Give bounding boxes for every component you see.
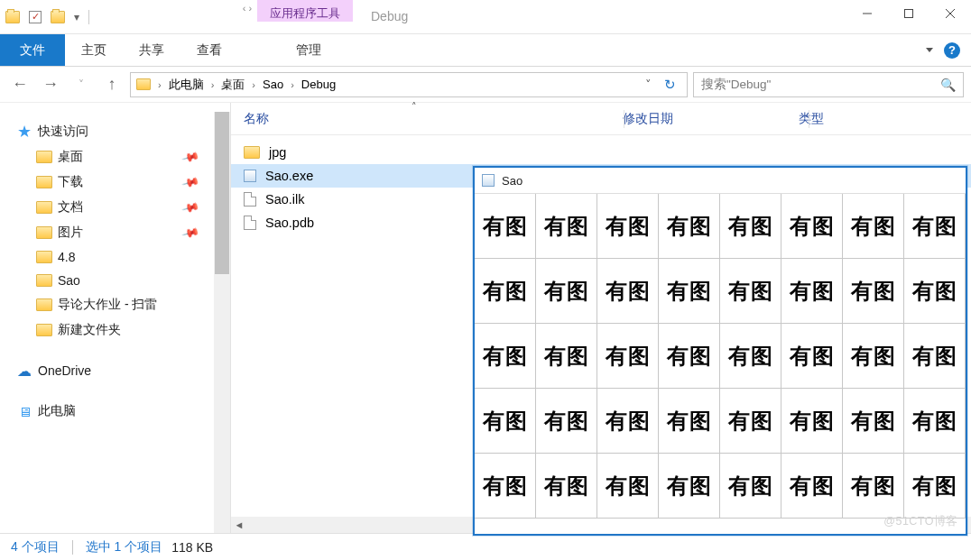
file-row[interactable]: jpg [231, 141, 971, 164]
this-pc-item[interactable]: 🖥 此电脑 [16, 399, 223, 424]
up-button[interactable]: ↑ [99, 72, 125, 97]
column-date[interactable]: 修改日期 [623, 111, 799, 127]
tab-share[interactable]: 共享 [123, 34, 180, 66]
grid-cell[interactable]: 有图 [903, 453, 966, 519]
recent-locations-button[interactable]: ˅ [69, 72, 94, 97]
properties-icon[interactable]: ✓ [29, 11, 42, 23]
sidebar-item[interactable]: 图片📌 [36, 220, 223, 245]
address-bar[interactable]: › 此电脑 › 桌面 › Sao › Debug ˅ ↻ [130, 72, 688, 97]
sidebar-item-label: 新建文件夹 [58, 322, 121, 338]
grid-cell[interactable]: 有图 [535, 453, 597, 519]
sao-titlebar[interactable]: Sao [475, 168, 966, 193]
grid-cell[interactable]: 有图 [719, 453, 781, 519]
grid-cell[interactable]: 有图 [719, 323, 781, 389]
minimize-button[interactable] [846, 0, 888, 27]
grid-cell[interactable]: 有图 [475, 193, 536, 259]
grid-cell[interactable]: 有图 [719, 193, 781, 259]
sidebar-item[interactable]: 新建文件夹 [36, 317, 223, 343]
tab-manage[interactable]: 管理 [280, 34, 338, 66]
grid-cell[interactable]: 有图 [535, 193, 597, 259]
grid-cell[interactable]: 有图 [596, 193, 659, 259]
sidebar-item[interactable]: 文档📌 [36, 195, 223, 220]
navigation-pane: ★ 快速访问 桌面📌下载📌文档📌图片📌4.8Sao导论大作业 - 扫雷新建文件夹… [0, 103, 230, 533]
sidebar-item[interactable]: Sao [36, 269, 223, 292]
tab-view[interactable]: 查看 [180, 34, 238, 66]
folder-icon[interactable] [51, 11, 65, 23]
grid-cell[interactable]: 有图 [903, 323, 966, 389]
grid-cell[interactable]: 有图 [535, 258, 597, 324]
grid-cell[interactable]: 有图 [475, 388, 536, 454]
breadcrumb-segment[interactable]: 此电脑 [165, 77, 208, 93]
grid-cell[interactable]: 有图 [781, 193, 843, 259]
grid-cell[interactable]: 有图 [475, 323, 536, 389]
quick-access-header[interactable]: ★ 快速访问 [16, 119, 223, 144]
grid-cell[interactable]: 有图 [842, 388, 904, 454]
chevron-right-icon[interactable]: › [250, 79, 257, 90]
grid-cell[interactable]: 有图 [842, 258, 904, 324]
breadcrumb-segment[interactable]: Debug [298, 78, 339, 91]
onedrive-item[interactable]: ☁ OneDrive [16, 359, 223, 382]
breadcrumb-segment[interactable]: 桌面 [217, 77, 248, 93]
maximize-button[interactable] [888, 0, 929, 27]
grid-cell[interactable]: 有图 [596, 388, 659, 454]
pin-icon: 📌 [180, 224, 199, 243]
quick-access-toolbar: ✓ ▾ [0, 0, 95, 33]
column-separator[interactable] [624, 110, 624, 128]
file-tab[interactable]: 文件 [0, 34, 65, 66]
grid-cell[interactable]: 有图 [903, 258, 966, 324]
breadcrumb-segment[interactable]: Sao [259, 78, 287, 91]
pc-icon: 🖥 [16, 404, 32, 418]
pane-resize-handle[interactable]: ‹ › [229, 3, 265, 14]
chevron-right-icon[interactable]: › [156, 79, 163, 90]
grid-cell[interactable]: 有图 [658, 388, 720, 454]
sidebar-item[interactable]: 导论大作业 - 扫雷 [36, 292, 223, 317]
ribbon-collapse-icon[interactable] [926, 48, 933, 52]
sidebar-item[interactable]: 下载📌 [36, 170, 223, 195]
folder-icon [36, 251, 52, 263]
sidebar-item[interactable]: 桌面📌 [36, 144, 223, 170]
grid-cell[interactable]: 有图 [535, 388, 597, 454]
address-dropdown-icon[interactable]: ˅ [640, 78, 657, 91]
refresh-icon[interactable]: ↻ [657, 77, 683, 93]
column-separator[interactable] [809, 110, 809, 128]
grid-cell[interactable]: 有图 [596, 258, 659, 324]
grid-cell[interactable]: 有图 [658, 323, 720, 389]
grid-cell[interactable]: 有图 [596, 323, 659, 389]
scroll-left-icon[interactable]: ◄ [231, 517, 247, 533]
grid-cell[interactable]: 有图 [719, 388, 781, 454]
grid-cell[interactable]: 有图 [781, 323, 843, 389]
grid-cell[interactable]: 有图 [842, 453, 904, 519]
search-input[interactable]: 搜索"Debug" 🔍 [693, 72, 964, 97]
grid-cell[interactable]: 有图 [719, 258, 781, 324]
forward-button[interactable]: → [38, 72, 63, 97]
column-type[interactable]: 类型 [799, 111, 851, 127]
column-headers: ˄ 名称 修改日期 类型 [231, 103, 971, 135]
grid-cell[interactable]: 有图 [842, 323, 904, 389]
folder-icon [36, 274, 52, 287]
grid-cell[interactable]: 有图 [781, 258, 843, 324]
pin-icon: 📌 [180, 148, 199, 167]
tab-home[interactable]: 主页 [65, 34, 123, 66]
chevron-right-icon[interactable]: › [289, 79, 296, 90]
grid-cell[interactable]: 有图 [535, 323, 597, 389]
grid-cell[interactable]: 有图 [658, 193, 720, 259]
search-icon[interactable]: 🔍 [940, 78, 956, 92]
grid-cell[interactable]: 有图 [842, 193, 904, 259]
chevron-right-icon[interactable]: › [209, 79, 217, 90]
qat-dropdown[interactable]: ▾ [74, 11, 79, 23]
grid-cell[interactable]: 有图 [903, 388, 966, 454]
grid-cell[interactable]: 有图 [658, 453, 720, 519]
grid-cell[interactable]: 有图 [475, 258, 536, 324]
close-button[interactable] [929, 0, 971, 27]
grid-cell[interactable]: 有图 [658, 258, 720, 324]
back-button[interactable]: ← [7, 72, 32, 97]
grid-cell[interactable]: 有图 [596, 453, 659, 519]
sidebar-item[interactable]: 4.8 [36, 245, 223, 269]
grid-cell[interactable]: 有图 [781, 388, 843, 454]
grid-cell[interactable]: 有图 [475, 453, 536, 519]
column-name[interactable]: 名称 [244, 111, 623, 127]
help-icon[interactable]: ? [944, 42, 960, 59]
scrollbar-thumb[interactable] [215, 112, 229, 274]
grid-cell[interactable]: 有图 [781, 453, 843, 519]
grid-cell[interactable]: 有图 [903, 193, 966, 259]
